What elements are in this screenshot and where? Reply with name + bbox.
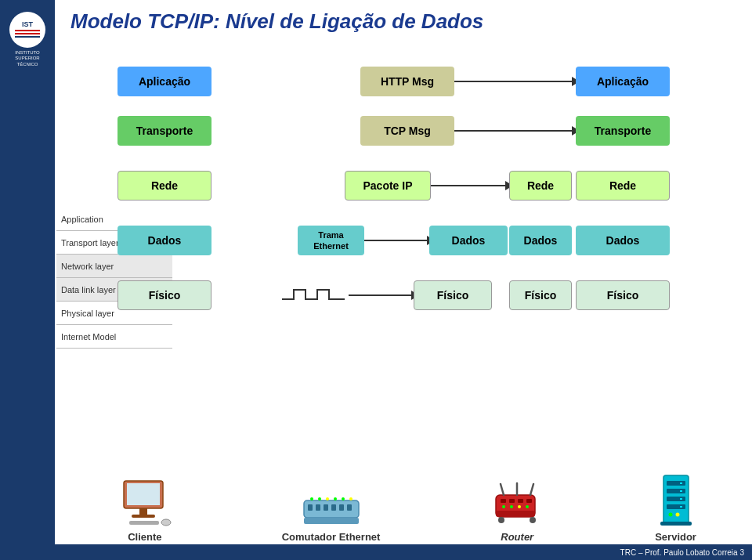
svg-point-21 <box>326 497 329 500</box>
switch-device: Comutador Ethernet <box>282 489 381 543</box>
svg-point-34 <box>502 505 505 508</box>
svg-rect-14 <box>316 504 320 511</box>
svg-rect-47 <box>680 482 682 484</box>
svg-point-38 <box>498 517 504 523</box>
aplicacao-left-box: Aplicação <box>118 67 212 96</box>
arrow-row3 <box>431 181 513 190</box>
switch-icon <box>300 489 363 528</box>
svg-rect-15 <box>324 504 328 511</box>
svg-point-22 <box>334 497 337 500</box>
server-device: Servidor <box>654 473 697 543</box>
svg-rect-16 <box>331 504 336 511</box>
switch-label: Comutador Ethernet <box>282 531 381 543</box>
dados-mid-box: Dados <box>429 226 508 255</box>
svg-point-10 <box>161 519 171 526</box>
devices-row: Cliente Comu <box>63 453 752 543</box>
svg-rect-41 <box>667 481 685 486</box>
tcp-msg-box: TCP Msg <box>360 116 454 146</box>
rede-left-box: Rede <box>118 171 212 201</box>
fisico-right-box: Físico <box>576 280 670 310</box>
fisico-mid2-box: Físico <box>509 280 572 310</box>
internet-model-label: Internet Model <box>56 325 172 349</box>
arrow-row4 <box>364 236 435 245</box>
fisico-left-box: Físico <box>118 280 212 310</box>
arrow-row1 <box>454 77 580 86</box>
svg-rect-4 <box>15 36 40 38</box>
svg-rect-51 <box>660 522 692 526</box>
svg-rect-43 <box>667 497 685 501</box>
svg-rect-48 <box>680 490 682 492</box>
svg-point-37 <box>526 505 529 508</box>
ist-logo-icon: IST <box>9 11 46 49</box>
svg-rect-42 <box>667 489 685 493</box>
svg-point-46 <box>676 513 680 517</box>
main-content: Modelo TCP/IP: Nível de Ligação de Dados… <box>55 0 752 560</box>
svg-text:IST: IST <box>22 20 34 28</box>
svg-rect-3 <box>15 33 40 34</box>
rede-mid-box: Rede <box>509 171 572 201</box>
svg-line-29 <box>530 484 533 495</box>
svg-point-35 <box>510 505 513 508</box>
arrow-row2 <box>454 126 580 135</box>
fisico-mid-box: Físico <box>414 280 492 310</box>
svg-rect-31 <box>509 499 515 503</box>
http-msg-box: HTTP Msg <box>360 67 454 96</box>
svg-rect-26 <box>496 511 535 517</box>
svg-point-20 <box>318 497 321 500</box>
page-title: Modelo TCP/IP: Nível de Ligação de Dados <box>70 9 744 34</box>
svg-rect-13 <box>308 504 313 511</box>
svg-rect-44 <box>667 504 685 509</box>
dados-mid2-box: Dados <box>509 226 572 255</box>
svg-point-24 <box>349 497 352 500</box>
svg-rect-32 <box>518 499 523 503</box>
svg-rect-2 <box>15 30 40 31</box>
svg-rect-8 <box>132 515 155 518</box>
router-label: Router <box>501 531 533 543</box>
server-label: Servidor <box>655 531 696 543</box>
svg-rect-6 <box>127 483 160 505</box>
trama-ethernet-box: Trama Ethernet <box>298 226 364 255</box>
client-device: Cliente <box>118 477 172 543</box>
svg-rect-33 <box>526 499 532 503</box>
svg-rect-17 <box>339 504 344 511</box>
svg-point-19 <box>310 497 313 500</box>
sidebar: IST INSTITUTO SUPERIOR TÉCNICO <box>0 0 55 560</box>
aplicacao-right-box: Aplicação <box>576 67 670 96</box>
svg-rect-49 <box>680 498 682 500</box>
client-label: Cliente <box>128 531 161 543</box>
logo-area: IST INSTITUTO SUPERIOR TÉCNICO <box>4 8 51 70</box>
pacote-ip-box: Pacote IP <box>345 171 431 201</box>
svg-rect-12 <box>304 518 359 524</box>
arrow-row5 <box>349 291 419 300</box>
signal-symbol <box>282 284 345 307</box>
svg-line-27 <box>501 484 504 495</box>
svg-rect-7 <box>139 508 147 515</box>
svg-rect-50 <box>680 506 682 508</box>
svg-point-39 <box>530 517 536 523</box>
footer: TRC – Prof. Paulo Lobato Correia 3 <box>0 544 752 560</box>
transporte-left-box: Transporte <box>118 116 212 146</box>
transporte-right-box: Transporte <box>576 116 670 146</box>
footer-text: TRC – Prof. Paulo Lobato Correia 3 <box>620 548 744 557</box>
dados-right-box: Dados <box>576 226 670 255</box>
logo-text: INSTITUTO SUPERIOR TÉCNICO <box>15 50 40 67</box>
svg-rect-9 <box>129 521 159 525</box>
router-device: Router <box>490 481 544 543</box>
svg-point-45 <box>669 513 673 517</box>
client-icon <box>118 477 172 528</box>
svg-point-23 <box>342 497 345 500</box>
server-icon <box>654 473 697 528</box>
network-layer-label: Network layer <box>56 255 172 278</box>
svg-rect-30 <box>501 499 506 503</box>
svg-rect-18 <box>347 504 352 511</box>
router-icon <box>490 481 544 528</box>
svg-point-36 <box>518 505 521 508</box>
dados-left-box: Dados <box>118 226 212 255</box>
rede-right-box: Rede <box>576 171 670 201</box>
